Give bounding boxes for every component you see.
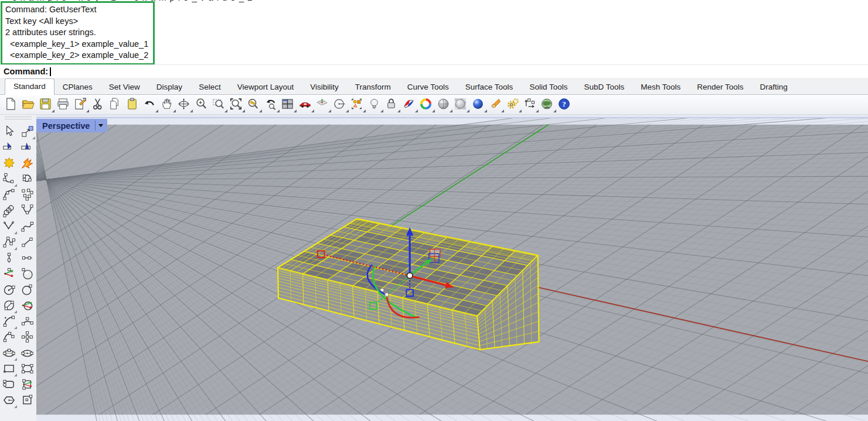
zoom-window-button[interactable] [211, 97, 226, 113]
flyout-triangle-icon[interactable] [294, 109, 297, 112]
file-properties-button[interactable] [73, 97, 87, 113]
flyout-triangle-icon[interactable] [86, 109, 89, 112]
flyout-triangle-icon[interactable] [14, 405, 17, 408]
zoom-dynamic-button[interactable] [194, 97, 209, 113]
viewport-layout-button[interactable] [280, 97, 295, 113]
tab-standard[interactable]: Standard [5, 78, 55, 95]
flyout-triangle-icon[interactable] [415, 109, 418, 112]
sidebar-arc-3pt-button[interactable] [19, 314, 35, 330]
flyout-triangle-icon[interactable] [14, 326, 17, 329]
sidebar-rectangle-corner-button[interactable] [1, 362, 17, 377]
flyout-triangle-icon[interactable] [536, 109, 539, 112]
lock-objects-button[interactable] [384, 97, 399, 113]
flyout-triangle-icon[interactable] [14, 231, 17, 234]
tab-cplanes[interactable]: CPlanes [55, 80, 101, 95]
flyout-triangle-icon[interactable] [432, 109, 435, 112]
named-views-car-button[interactable] [298, 97, 312, 113]
sidebar-freeform-curve-button[interactable] [19, 220, 35, 235]
tab-set-view[interactable]: Set View [101, 80, 148, 95]
color-wheel-button[interactable] [418, 97, 433, 113]
sidebar-arc-center-button[interactable] [1, 314, 17, 330]
new-file-button[interactable] [4, 97, 18, 113]
zoom-extents-button[interactable] [229, 97, 243, 113]
help-button[interactable]: ? [557, 97, 571, 113]
sidebar-paint-visibility-a-button[interactable] [1, 141, 17, 156]
flyout-triangle-icon[interactable] [14, 374, 17, 376]
flyout-triangle-icon[interactable] [155, 109, 158, 112]
sidebar-select-tool-button[interactable] [1, 125, 17, 140]
perspective-viewport[interactable]: Perspective [36, 115, 868, 421]
sidebar-sphere-button[interactable] [19, 267, 35, 282]
flyout-triangle-icon[interactable] [14, 310, 17, 313]
flyout-triangle-icon[interactable] [397, 109, 400, 112]
sidebar-cplane-axes-button[interactable] [1, 267, 17, 282]
pan-view-button[interactable] [159, 97, 174, 113]
sidebar-arc-sed-button[interactable] [1, 330, 17, 345]
rendered-display-button[interactable] [471, 97, 485, 113]
render-fin-button[interactable] [401, 97, 416, 113]
sidebar-edit-points-button[interactable] [19, 330, 35, 345]
flyout-triangle-icon[interactable] [484, 109, 487, 112]
sidebar-handle-curve-button[interactable] [1, 188, 17, 203]
sidebar-rectangle-cplane-button[interactable] [19, 378, 35, 393]
tab-solid-tools[interactable]: Solid Tools [521, 80, 576, 95]
flyout-triangle-icon[interactable] [277, 109, 280, 112]
save-file-button[interactable] [38, 97, 53, 113]
tab-select[interactable]: Select [190, 80, 229, 95]
tab-render-tools[interactable]: Render Tools [689, 80, 751, 95]
sidebar-explode-burst-button[interactable] [19, 156, 35, 172]
open-file-button[interactable] [21, 97, 36, 113]
flyout-triangle-icon[interactable] [501, 109, 504, 112]
sidebar-polygon-center-button[interactable] [1, 393, 17, 409]
flyout-triangle-icon[interactable] [173, 109, 176, 112]
undo-button[interactable] [142, 97, 156, 113]
flyout-triangle-icon[interactable] [553, 109, 556, 112]
flyout-triangle-icon[interactable] [380, 109, 383, 112]
tab-viewport-layout[interactable]: Viewport Layout [229, 80, 302, 95]
zoom-selected-button[interactable] [246, 97, 260, 113]
flyout-triangle-icon[interactable] [363, 109, 366, 112]
undo-view-change-button[interactable] [263, 97, 278, 113]
gumball-origin-handle[interactable] [407, 273, 413, 279]
tab-mesh-tools[interactable]: Mesh Tools [632, 80, 689, 95]
cplane-grid-button[interactable] [315, 97, 329, 113]
radius-circle-button[interactable] [332, 97, 347, 113]
sidebar-polygon-edge-button[interactable] [19, 393, 35, 409]
flyout-triangle-icon[interactable] [259, 109, 262, 112]
tab-subd-tools[interactable]: SubD Tools [576, 80, 632, 95]
command-prompt-row[interactable]: Command: [0, 64, 868, 78]
tab-curve-tools[interactable]: Curve Tools [399, 80, 457, 95]
flyout-triangle-icon[interactable] [346, 109, 349, 112]
sidebar-circle-center-radius-button[interactable] [1, 283, 17, 298]
tab-transform[interactable]: Transform [347, 80, 399, 95]
sidebar-line-horizontal-button[interactable] [19, 251, 35, 266]
tab-visibility[interactable]: Visibility [302, 80, 347, 95]
flyout-triangle-icon[interactable] [224, 109, 227, 112]
flyout-triangle-icon[interactable] [14, 247, 17, 250]
flyout-triangle-icon[interactable] [52, 109, 55, 112]
sidebar-paint-visibility-b-button[interactable] [19, 141, 35, 156]
options-gears-button[interactable] [505, 97, 520, 113]
flyout-triangle-icon[interactable] [450, 109, 452, 112]
viewport-menu-arrow-button[interactable] [95, 121, 106, 131]
flyout-triangle-icon[interactable] [190, 109, 193, 112]
copy-to-clipboard-button[interactable] [107, 97, 122, 113]
sidebar-line-vertical-button[interactable] [1, 251, 17, 266]
flyout-triangle-icon[interactable] [519, 109, 522, 112]
tab-surface-tools[interactable]: Surface Tools [457, 80, 522, 95]
earth-anchor-button[interactable] [540, 97, 554, 113]
viewport-canvas[interactable] [36, 118, 868, 421]
sidebar-control-point-curve-button[interactable] [1, 172, 17, 187]
viewport-title-tab[interactable]: Perspective [36, 119, 107, 132]
rotate-view-button[interactable] [176, 97, 191, 113]
sidebar-grip[interactable] [5, 119, 32, 119]
lights-button[interactable] [367, 97, 382, 113]
sidebar-circle-tangent-button[interactable] [19, 299, 35, 314]
dimension-tools-button[interactable] [522, 97, 537, 113]
sidebar-conic-curve-button[interactable] [1, 220, 17, 235]
flyout-triangle-icon[interactable] [14, 358, 17, 361]
sidebar-rounded-rectangle-button[interactable] [1, 378, 17, 393]
tab-drafting[interactable]: Drafting [752, 80, 796, 95]
tab-display[interactable]: Display [148, 80, 190, 95]
cut-button[interactable] [90, 97, 105, 113]
